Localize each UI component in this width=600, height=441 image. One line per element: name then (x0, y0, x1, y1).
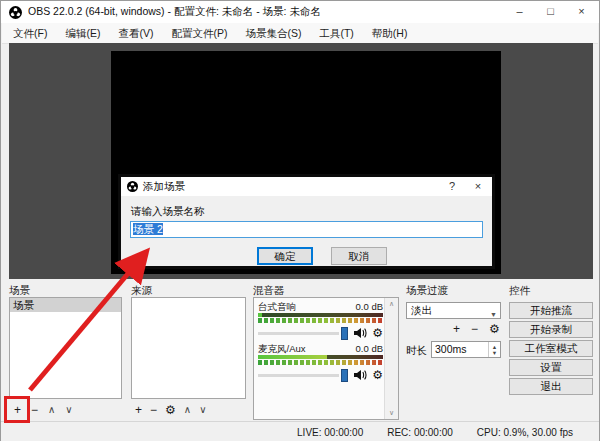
scene-name-prompt: 请输入场景名称 (131, 205, 205, 219)
mixer-channel-desktop-audio: 台式音响 0.0 dB ⚙ (258, 301, 383, 340)
mixer-panel: 台式音响 0.0 dB ⚙ 麦克风/Aux 0.0 dB (253, 297, 399, 420)
rec-time-status: REC: 00:00:00 (387, 427, 453, 438)
menu-item-profile[interactable]: 配置文件(P) (162, 24, 236, 43)
move-source-down-icon[interactable]: ∨ (199, 401, 206, 419)
speaker-icon[interactable] (353, 369, 367, 381)
scenes-panel-header: 场景 (9, 284, 30, 298)
help-icon[interactable]: ? (440, 177, 464, 196)
menu-item-help[interactable]: 帮助(H) (363, 24, 417, 43)
ok-button[interactable]: 确定 (257, 247, 313, 265)
close-icon[interactable]: × (466, 177, 490, 196)
volume-slider-track[interactable] (258, 332, 339, 335)
controls-panel-header: 控件 (509, 284, 530, 298)
minimize-icon[interactable]: – (504, 1, 535, 23)
channel-gear-icon[interactable]: ⚙ (372, 326, 383, 340)
studio-mode-button[interactable]: 工作室模式 (509, 340, 593, 357)
mixer-scrollbar[interactable]: ∧ ∨ (384, 298, 398, 419)
sources-list[interactable] (131, 297, 246, 399)
transition-gear-icon[interactable]: ⚙ (489, 320, 500, 338)
maximize-icon[interactable]: □ (535, 1, 566, 23)
move-scene-down-icon[interactable]: ∨ (65, 401, 72, 419)
dialog-title: 添加场景 (143, 180, 185, 194)
move-scene-up-icon[interactable]: ∧ (48, 401, 55, 419)
duration-value: 300ms (435, 343, 467, 355)
exit-button[interactable]: 退出 (509, 378, 593, 395)
channel-gear-icon[interactable]: ⚙ (372, 368, 383, 382)
transitions-toolbar: + − ⚙ (453, 320, 500, 338)
close-icon[interactable]: × (566, 1, 597, 23)
duration-spinner[interactable]: 300ms ▲ ▼ (431, 341, 501, 358)
mixer-panel-header: 混音器 (253, 284, 285, 298)
menu-bar: 文件(F) 编辑(E) 查看(V) 配置文件(P) 场景集合(S) 工具(T) … (2, 23, 598, 44)
cancel-button[interactable]: 取消 (331, 247, 387, 265)
source-properties-gear-icon[interactable]: ⚙ (165, 401, 176, 419)
menu-item-file[interactable]: 文件(F) (4, 24, 56, 43)
menu-item-edit[interactable]: 编辑(E) (56, 24, 109, 43)
sources-toolbar: + − ⚙ ∧ ∨ (135, 401, 245, 419)
duration-label: 时长 (406, 344, 427, 358)
mixer-channel-mic-aux: 麦克风/Aux 0.0 dB ⚙ (258, 343, 383, 382)
start-recording-button[interactable]: 开始录制 (509, 321, 593, 338)
move-source-up-icon[interactable]: ∧ (184, 401, 191, 419)
obs-logo-icon (9, 6, 22, 19)
dialog-title-bar[interactable]: 添加场景 ? × (121, 177, 492, 196)
scene-list-item[interactable]: 场景 (10, 298, 121, 312)
remove-transition-icon[interactable]: − (471, 320, 478, 338)
status-bar: LIVE: 00:00:00 REC: 00:00:00 CPU: 0.9%, … (1, 421, 599, 441)
annotation-highlight-box (4, 396, 30, 423)
speaker-icon[interactable] (353, 327, 367, 339)
window-title: OBS 22.0.2 (64-bit, windows) - 配置文件: 未命名… (28, 5, 321, 19)
settings-button[interactable]: 设置 (509, 359, 593, 376)
obs-logo-icon (127, 181, 138, 192)
add-source-icon[interactable]: + (135, 401, 142, 419)
volume-slider-handle[interactable] (341, 369, 348, 382)
selected-input-text: 场景 2 (133, 223, 163, 235)
volume-slider-handle[interactable] (341, 327, 348, 340)
obs-window: OBS 22.0.2 (64-bit, windows) - 配置文件: 未命名… (0, 0, 600, 441)
scroll-down-icon[interactable]: ∨ (385, 409, 398, 417)
add-transition-icon[interactable]: + (453, 320, 460, 338)
channel-db-value: 0.0 dB (356, 343, 383, 354)
scene-name-input[interactable]: 场景 2 (130, 221, 483, 238)
start-streaming-button[interactable]: 开始推流 (509, 302, 593, 319)
scroll-up-icon[interactable]: ∧ (385, 300, 398, 308)
spin-down-icon[interactable]: ▼ (492, 350, 497, 356)
sources-panel-header: 来源 (131, 284, 152, 298)
remove-source-icon[interactable]: − (150, 401, 157, 419)
volume-slider-track[interactable] (258, 374, 339, 377)
cpu-fps-status: CPU: 0.9%, 30.00 fps (477, 427, 573, 438)
menu-item-tools[interactable]: 工具(T) (310, 24, 362, 43)
add-scene-dialog: 添加场景 ? × 请输入场景名称 场景 2 确定 取消 (118, 174, 495, 269)
channel-db-value: 0.0 dB (356, 301, 383, 312)
scenes-list[interactable]: 场景 (9, 297, 122, 399)
channel-name: 麦克风/Aux (258, 343, 306, 354)
transition-select[interactable]: 淡出 ▼ (406, 302, 501, 319)
remove-scene-icon[interactable]: − (31, 401, 38, 419)
channel-name: 台式音响 (258, 301, 296, 312)
title-bar[interactable]: OBS 22.0.2 (64-bit, windows) - 配置文件: 未命名… (1, 1, 599, 23)
meter-tick-scale (258, 318, 383, 323)
transitions-panel-header: 场景过渡 (406, 284, 448, 298)
menu-item-view[interactable]: 查看(V) (109, 24, 162, 43)
menu-item-scene-collection[interactable]: 场景集合(S) (236, 24, 310, 43)
volume-meter (258, 313, 383, 317)
meter-tick-scale (258, 360, 383, 365)
transition-selected-value: 淡出 (411, 304, 432, 316)
scenes-toolbar: + − ∧ ∨ (14, 401, 122, 419)
live-time-status: LIVE: 00:00:00 (297, 427, 363, 438)
volume-meter (258, 355, 383, 359)
